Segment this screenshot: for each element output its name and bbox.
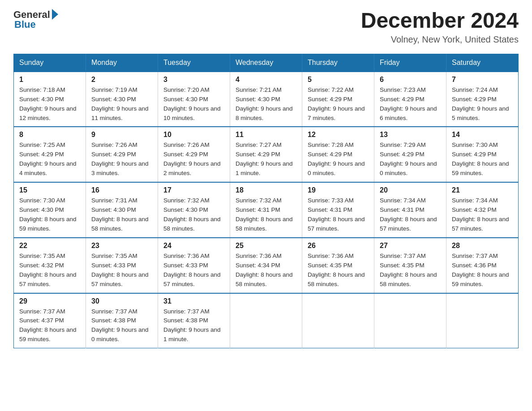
- day-info: Sunrise: 7:32 AMSunset: 4:31 PMDaylight:…: [236, 196, 296, 234]
- calendar-cell: 30Sunrise: 7:37 AMSunset: 4:38 PMDayligh…: [86, 293, 158, 348]
- day-number: 19: [308, 186, 369, 194]
- day-info: Sunrise: 7:27 AMSunset: 4:29 PMDaylight:…: [236, 141, 296, 178]
- weekday-header-wednesday: Wednesday: [230, 54, 302, 72]
- calendar-cell: 7Sunrise: 7:24 AMSunset: 4:29 PMDaylight…: [446, 72, 519, 127]
- weekday-header-monday: Monday: [86, 54, 158, 72]
- day-info: Sunrise: 7:35 AMSunset: 4:33 PMDaylight:…: [91, 252, 152, 289]
- calendar-week-row: 29Sunrise: 7:37 AMSunset: 4:37 PMDayligh…: [14, 293, 519, 348]
- calendar-cell: 13Sunrise: 7:29 AMSunset: 4:29 PMDayligh…: [374, 127, 446, 182]
- day-number: 14: [452, 131, 513, 139]
- weekday-header-tuesday: Tuesday: [158, 54, 230, 72]
- calendar-cell: 18Sunrise: 7:32 AMSunset: 4:31 PMDayligh…: [230, 182, 302, 238]
- calendar-cell: 15Sunrise: 7:30 AMSunset: 4:30 PMDayligh…: [14, 182, 86, 238]
- day-info: Sunrise: 7:23 AMSunset: 4:29 PMDaylight:…: [380, 86, 441, 123]
- day-info: Sunrise: 7:21 AMSunset: 4:30 PMDaylight:…: [236, 86, 296, 123]
- day-info: Sunrise: 7:35 AMSunset: 4:32 PMDaylight:…: [19, 252, 80, 289]
- calendar-cell: 9Sunrise: 7:26 AMSunset: 4:29 PMDaylight…: [86, 127, 158, 182]
- calendar-cell: 27Sunrise: 7:37 AMSunset: 4:35 PMDayligh…: [374, 238, 446, 293]
- location-text: Volney, New York, United States: [361, 34, 519, 45]
- calendar-cell: [302, 293, 374, 348]
- day-number: 7: [452, 76, 513, 84]
- calendar-week-row: 15Sunrise: 7:30 AMSunset: 4:30 PMDayligh…: [14, 182, 519, 238]
- day-info: Sunrise: 7:29 AMSunset: 4:29 PMDaylight:…: [380, 141, 441, 178]
- day-number: 3: [163, 76, 224, 84]
- day-number: 23: [91, 242, 152, 250]
- weekday-header-thursday: Thursday: [302, 54, 374, 72]
- calendar-cell: 31Sunrise: 7:37 AMSunset: 4:38 PMDayligh…: [158, 293, 230, 348]
- day-number: 15: [19, 186, 80, 194]
- calendar-cell: 22Sunrise: 7:35 AMSunset: 4:32 PMDayligh…: [14, 238, 86, 293]
- day-number: 21: [452, 186, 513, 194]
- day-info: Sunrise: 7:37 AMSunset: 4:38 PMDaylight:…: [91, 307, 152, 345]
- day-number: 25: [236, 242, 296, 250]
- day-info: Sunrise: 7:32 AMSunset: 4:30 PMDaylight:…: [163, 196, 224, 234]
- calendar-cell: 6Sunrise: 7:23 AMSunset: 4:29 PMDaylight…: [374, 72, 446, 127]
- day-number: 27: [380, 242, 441, 250]
- day-number: 4: [236, 76, 296, 84]
- calendar-cell: 3Sunrise: 7:20 AMSunset: 4:30 PMDaylight…: [158, 72, 230, 127]
- day-info: Sunrise: 7:22 AMSunset: 4:29 PMDaylight:…: [308, 86, 369, 123]
- logo-blue-text: Blue: [14, 19, 36, 30]
- calendar-cell: 1Sunrise: 7:18 AMSunset: 4:30 PMDaylight…: [14, 72, 86, 127]
- day-number: 8: [19, 131, 80, 139]
- calendar-cell: [446, 293, 519, 348]
- day-number: 29: [19, 297, 80, 305]
- day-info: Sunrise: 7:26 AMSunset: 4:29 PMDaylight:…: [163, 141, 224, 178]
- calendar-cell: 20Sunrise: 7:34 AMSunset: 4:31 PMDayligh…: [374, 182, 446, 238]
- day-number: 26: [308, 242, 369, 250]
- weekday-header-sunday: Sunday: [14, 54, 86, 72]
- day-number: 10: [163, 131, 224, 139]
- day-number: 28: [452, 242, 513, 250]
- calendar-week-row: 22Sunrise: 7:35 AMSunset: 4:32 PMDayligh…: [14, 238, 519, 293]
- calendar-cell: 10Sunrise: 7:26 AMSunset: 4:29 PMDayligh…: [158, 127, 230, 182]
- calendar-cell: 4Sunrise: 7:21 AMSunset: 4:30 PMDaylight…: [230, 72, 302, 127]
- day-number: 5: [308, 76, 369, 84]
- calendar-cell: 11Sunrise: 7:27 AMSunset: 4:29 PMDayligh…: [230, 127, 302, 182]
- day-info: Sunrise: 7:33 AMSunset: 4:31 PMDaylight:…: [308, 196, 369, 234]
- weekday-header-row: SundayMondayTuesdayWednesdayThursdayFrid…: [14, 54, 519, 72]
- calendar-cell: 14Sunrise: 7:30 AMSunset: 4:29 PMDayligh…: [446, 127, 519, 182]
- day-info: Sunrise: 7:37 AMSunset: 4:35 PMDaylight:…: [380, 252, 441, 289]
- calendar-cell: 21Sunrise: 7:34 AMSunset: 4:32 PMDayligh…: [446, 182, 519, 238]
- calendar-cell: 25Sunrise: 7:36 AMSunset: 4:34 PMDayligh…: [230, 238, 302, 293]
- calendar-cell: 16Sunrise: 7:31 AMSunset: 4:30 PMDayligh…: [86, 182, 158, 238]
- calendar-week-row: 1Sunrise: 7:18 AMSunset: 4:30 PMDaylight…: [14, 72, 519, 127]
- calendar-cell: 19Sunrise: 7:33 AMSunset: 4:31 PMDayligh…: [302, 182, 374, 238]
- day-info: Sunrise: 7:26 AMSunset: 4:29 PMDaylight:…: [91, 141, 152, 178]
- calendar-cell: 23Sunrise: 7:35 AMSunset: 4:33 PMDayligh…: [86, 238, 158, 293]
- day-info: Sunrise: 7:36 AMSunset: 4:35 PMDaylight:…: [308, 252, 369, 289]
- calendar-cell: 12Sunrise: 7:28 AMSunset: 4:29 PMDayligh…: [302, 127, 374, 182]
- day-info: Sunrise: 7:24 AMSunset: 4:29 PMDaylight:…: [452, 86, 513, 123]
- day-info: Sunrise: 7:34 AMSunset: 4:32 PMDaylight:…: [452, 196, 513, 234]
- calendar-table: SundayMondayTuesdayWednesdayThursdayFrid…: [13, 54, 519, 348]
- calendar-week-row: 8Sunrise: 7:25 AMSunset: 4:29 PMDaylight…: [14, 127, 519, 182]
- logo-arrow-icon: [52, 9, 58, 20]
- day-number: 30: [91, 297, 152, 305]
- day-info: Sunrise: 7:36 AMSunset: 4:33 PMDaylight:…: [163, 252, 224, 289]
- day-number: 18: [236, 186, 296, 194]
- day-info: Sunrise: 7:30 AMSunset: 4:30 PMDaylight:…: [19, 196, 80, 234]
- day-number: 6: [380, 76, 441, 84]
- day-info: Sunrise: 7:37 AMSunset: 4:37 PMDaylight:…: [19, 307, 80, 345]
- title-section: December 2024 Volney, New York, United S…: [361, 9, 519, 45]
- day-info: Sunrise: 7:19 AMSunset: 4:30 PMDaylight:…: [91, 86, 152, 123]
- calendar-cell: 28Sunrise: 7:37 AMSunset: 4:36 PMDayligh…: [446, 238, 519, 293]
- calendar-cell: 29Sunrise: 7:37 AMSunset: 4:37 PMDayligh…: [14, 293, 86, 348]
- weekday-header-friday: Friday: [374, 54, 446, 72]
- day-number: 2: [91, 76, 152, 84]
- calendar-cell: 26Sunrise: 7:36 AMSunset: 4:35 PMDayligh…: [302, 238, 374, 293]
- day-number: 11: [236, 131, 296, 139]
- day-info: Sunrise: 7:20 AMSunset: 4:30 PMDaylight:…: [163, 86, 224, 123]
- day-number: 31: [163, 297, 224, 305]
- weekday-header-saturday: Saturday: [446, 54, 519, 72]
- day-number: 17: [163, 186, 224, 194]
- day-info: Sunrise: 7:34 AMSunset: 4:31 PMDaylight:…: [380, 196, 441, 234]
- calendar-cell: 8Sunrise: 7:25 AMSunset: 4:29 PMDaylight…: [14, 127, 86, 182]
- day-info: Sunrise: 7:25 AMSunset: 4:29 PMDaylight:…: [19, 141, 80, 178]
- day-number: 24: [163, 242, 224, 250]
- day-number: 9: [91, 131, 152, 139]
- page-header: General Blue December 2024 Volney, New Y…: [13, 9, 519, 45]
- day-number: 20: [380, 186, 441, 194]
- day-number: 12: [308, 131, 369, 139]
- calendar-cell: 17Sunrise: 7:32 AMSunset: 4:30 PMDayligh…: [158, 182, 230, 238]
